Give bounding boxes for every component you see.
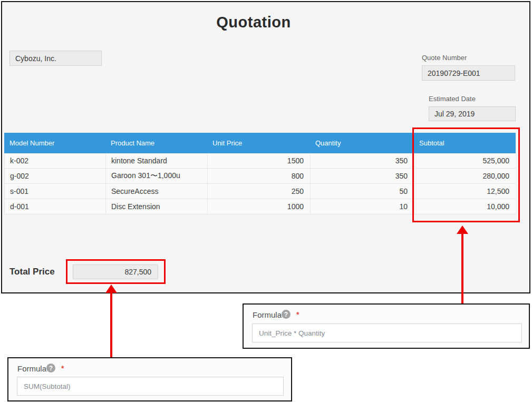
cell-unit-price: 250 <box>207 184 310 199</box>
quote-number-field[interactable]: 20190729-E001 <box>422 65 515 81</box>
total-price-label: Total Price <box>9 267 55 277</box>
help-icon[interactable]: ? <box>282 310 291 319</box>
annotation-arrow-subtotal <box>461 233 463 303</box>
cell-unit-price: 1500 <box>207 153 310 168</box>
cell-model-number: d-001 <box>4 199 105 214</box>
cell-model-number: k-002 <box>4 153 105 168</box>
formula-label: Formula <box>253 310 282 319</box>
cell-unit-price: 1000 <box>207 199 310 214</box>
formula-input[interactable]: SUM(Subtotal) <box>17 377 284 396</box>
help-icon[interactable]: ? <box>46 364 55 372</box>
formula-label: Formula <box>17 364 46 373</box>
estimated-date-label: Estimated Date <box>429 95 476 103</box>
cell-product-name: SecureAccess <box>105 184 207 199</box>
total-formula-popup: Formula ? * SUM(Subtotal) <box>7 357 292 401</box>
annotation-box-total-price <box>66 259 166 284</box>
cell-product-name: Garoon 301〜1,000u <box>105 169 207 183</box>
cell-quantity: 350 <box>310 153 414 168</box>
column-header-model-number: Model Number <box>4 139 105 147</box>
formula-input[interactable]: Unit_Price * Quantity <box>252 323 522 342</box>
cell-product-name: Disc Extension <box>105 199 207 214</box>
page-title: Quotation <box>1 14 506 31</box>
column-header-product-name: Product Name <box>105 139 207 147</box>
cell-product-name: kintone Standard <box>105 153 207 168</box>
cell-quantity: 10 <box>310 199 414 214</box>
cell-quantity: 350 <box>310 169 414 183</box>
quote-number-label: Quote Number <box>422 54 467 62</box>
subtotal-formula-popup: Formula ? * Unit_Price * Quantity <box>243 303 530 349</box>
company-field[interactable]: Cybozu, Inc. <box>9 51 102 66</box>
annotation-arrow-total <box>110 292 112 357</box>
column-header-unit-price: Unit Price <box>207 139 310 147</box>
column-header-quantity: Quantity <box>310 139 414 147</box>
cell-model-number: g-002 <box>4 169 105 183</box>
required-marker: * <box>296 310 299 319</box>
cell-model-number: s-001 <box>4 184 105 199</box>
cell-unit-price: 800 <box>207 169 310 183</box>
annotation-box-subtotal-column <box>412 128 520 222</box>
estimated-date-field[interactable]: Jul 29, 2019 <box>429 106 516 121</box>
cell-quantity: 50 <box>310 184 414 199</box>
required-marker: * <box>61 364 64 372</box>
